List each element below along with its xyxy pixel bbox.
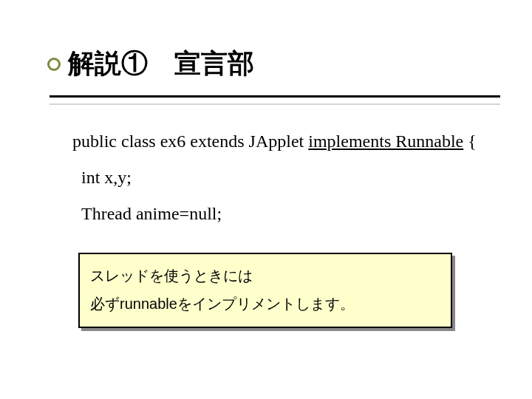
code-line-1-pre: public class ex6 extends JApplet (72, 132, 308, 151)
code-line-1: public class ex6 extends JApplet impleme… (72, 132, 488, 151)
title-underline (50, 95, 500, 98)
note-line-2: 必ずrunnableをインプリメントします。 (90, 290, 440, 318)
code-line-1-emph: implements Runnable (308, 132, 463, 151)
body-block: public class ex6 extends JApplet impleme… (72, 132, 488, 240)
note-box: スレッドを使うときには 必ずrunnableをインプリメントします。 (78, 253, 452, 328)
title-underline-shadow (50, 103, 500, 105)
code-line-2: int x,y; (72, 168, 488, 188)
slide-title: 解説① 宣言部 (68, 48, 254, 78)
title-block: 解説① 宣言部 (47, 46, 502, 111)
note-line-1: スレッドを使うときには (90, 262, 440, 290)
code-line-1-post: { (463, 132, 477, 151)
bullet-icon (47, 58, 61, 71)
code-line-3: Thread anime=null; (72, 204, 488, 224)
slide: 解説① 宣言部 public class ex6 extends JApplet… (0, 0, 532, 399)
